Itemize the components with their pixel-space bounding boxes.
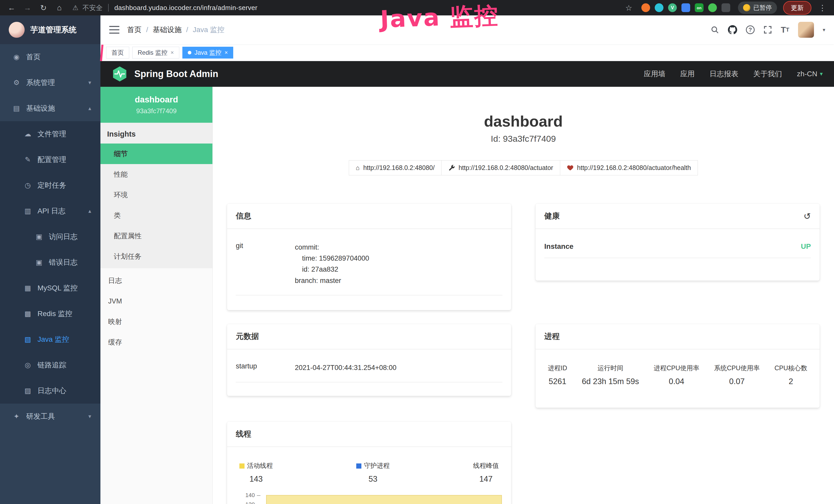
fullscreen-icon[interactable] [763,25,772,34]
spring-boot-admin-logo-icon [112,66,128,82]
active-threads-legend-swatch [239,463,244,468]
mysql-icon: ▦ [23,284,32,292]
instance-header[interactable]: dashboard 93a3fc7f7409 [101,87,213,123]
github-icon[interactable] [728,25,737,35]
sba-sidebar-item-performance[interactable]: 性能 [101,164,213,185]
refresh-button[interactable]: ↻ [39,3,48,12]
sidebar-item-scheduled-tasks[interactable]: ◷ 定时任务 [0,173,101,198]
chevron-up-icon: ▴ [88,208,91,214]
top-header: 首页 / 基础设施 / Java 监控 ? [101,16,834,44]
sba-brand-title[interactable]: Spring Boot Admin [134,69,218,79]
breadcrumb: 首页 / 基础设施 / Java 监控 [127,25,224,35]
sba-sidebar-item-jvm[interactable]: JVM [101,291,213,312]
sba-sidebar-item-caches[interactable]: 缓存 [101,332,213,352]
sba-sidebar-item-logs[interactable]: 日志 [101,270,213,291]
tab-home[interactable]: 首页 [106,47,129,59]
hamburger-icon[interactable] [109,26,119,33]
search-icon[interactable] [710,25,719,34]
close-icon[interactable]: × [171,49,174,56]
instance-name: dashboard [135,95,178,105]
instance-links: ⌂ http://192.168.0.2:48080/ http://192.1… [227,160,820,175]
startup-row: startup 2021-04-27T00:44:31.254+08:00 [236,354,502,382]
process-stats: 进程ID 5261 运行时间 6d 23h 15m 59s 进程CPU使用率 [544,354,811,399]
sba-sidebar-item-config-props[interactable]: 配置属性 [101,226,213,246]
access-log-icon: ▣ [35,233,44,241]
security-label[interactable]: 不安全 [83,3,103,12]
url-text[interactable]: dashboard.yudao.iocoder.cn/infra/admin-s… [114,4,257,12]
extension-teal-icon[interactable] [655,3,663,12]
app-logo[interactable]: 芋道管理系统 [0,16,101,44]
sidebar-item-log-center[interactable]: ▨ 日志中心 [0,378,101,404]
sba-sidebar-item-mappings[interactable]: 映射 [101,312,213,332]
info-card-header: 信息 [227,204,511,229]
font-size-icon[interactable]: TT [781,25,789,35]
sidebar-item-redis-monitor[interactable]: ▩ Redis 监控 [0,301,101,327]
help-icon[interactable]: ? [746,25,755,34]
info-card: 信息 git commit: time: 1596289704000 id: 2… [227,204,511,310]
sidebar-item-system[interactable]: ⚙ 系统管理 ▾ [0,70,101,95]
forward-button[interactable]: → [23,3,32,12]
card-title: 信息 [236,211,251,221]
sidebar-item-error-logs[interactable]: ▣ 错误日志 [0,250,101,275]
sidebar-item-api-logs[interactable]: ▥ API 日志 ▴ [0,198,101,224]
history-icon[interactable]: ↺ [804,211,811,221]
sba-nav-about[interactable]: 关于我们 [753,69,782,79]
status-up-badge: UP [801,243,811,251]
extension-puzzle-icon[interactable] [722,3,730,12]
extension-leaf-icon[interactable] [708,3,717,12]
sidebar-item-mysql-monitor[interactable]: ▦ MySQL 监控 [0,275,101,301]
link-label: http://192.168.0.2:48080/actuator/health [577,164,691,171]
sidebar-item-label: MySQL 监控 [38,283,78,293]
sba-sidebar-item-environment[interactable]: 环境 [101,185,213,205]
dashboard-icon: ◉ [12,53,21,61]
address-bar[interactable]: ⚠ 不安全 dashboard.yudao.iocoder.cn/infra/a… [72,3,618,12]
sidebar-item-infrastructure[interactable]: ▤ 基础设施 ▴ [0,95,101,121]
browser-menu-icon[interactable]: ⋮ [817,3,827,12]
sidebar-item-dev-tools[interactable]: ✦ 研发工具 ▾ [0,404,101,429]
sba-nav-items: 应用墙 应用 日志报表 关于我们 zh-CN ▾ [644,69,823,79]
sba-nav-wall[interactable]: 应用墙 [644,69,665,79]
health-instance-row[interactable]: Instance UP [544,234,811,258]
sidebar-item-file-management[interactable]: ☁ 文件管理 [0,121,101,147]
sidebar-item-access-logs[interactable]: ▣ 访问日志 [0,224,101,250]
switchyomega-icon[interactable]: on [695,3,704,12]
breadcrumb-home[interactable]: 首页 [127,25,141,35]
user-menu-caret-icon[interactable]: ▾ [823,27,825,33]
extension-orange-icon[interactable] [641,3,650,12]
health-url-link[interactable]: http://192.168.0.2:48080/actuator/health [560,160,698,175]
breadcrumb-infrastructure[interactable]: 基础设施 [153,25,182,35]
active-threads-area [266,495,502,504]
sidebar-item-home[interactable]: ◉ 首页 [0,44,101,70]
sidebar-item-link-tracing[interactable]: ◎ 链路追踪 [0,352,101,378]
sidebar-item-label: 首页 [26,52,41,62]
close-icon[interactable]: × [224,49,228,56]
sba-sidebar-item-details[interactable]: 细节 [101,143,213,164]
log-center-icon: ▨ [23,387,32,395]
sidebar-item-java-monitor[interactable]: ▧ Java 监控 [0,327,101,352]
infrastructure-submenu: ☁ 文件管理 ✎ 配置管理 ◷ 定时任务 ▥ API 日志 ▴ ▣ [0,121,101,404]
sidebar-item-config-management[interactable]: ✎ 配置管理 [0,147,101,173]
tab-java-monitor[interactable]: Java 监控 × [182,47,233,59]
tampermonkey-face-icon [743,4,750,11]
bookmark-star-icon[interactable]: ☆ [624,3,634,12]
extension-grid-icon[interactable] [681,3,690,12]
breadcrumb-separator: / [146,26,148,34]
locale-selector[interactable]: zh-CN ▾ [797,70,823,78]
chrome-update-button[interactable]: 更新 [783,1,811,15]
sba-nav-journal[interactable]: 日志报表 [710,69,739,79]
sidebar-item-label: API 日志 [38,206,66,216]
sba-sidebar-item-scheduled-tasks[interactable]: 计划任务 [101,246,213,267]
back-button[interactable]: ← [7,3,17,12]
service-url-link[interactable]: ⌂ http://192.168.0.2:48080/ [349,160,441,175]
logo-avatar [9,22,25,38]
sba-nav-applications[interactable]: 应用 [680,69,695,79]
user-avatar[interactable] [798,22,814,38]
sba-sidebar-item-classes[interactable]: 类 [101,205,213,226]
paused-extension-badge[interactable]: 已暂停 [738,2,777,14]
tab-redis-monitor[interactable]: Redis 监控 × [132,47,179,59]
card-title: 进程 [544,331,560,342]
vue-devtools-icon[interactable]: V [668,3,677,12]
extension-icons: V on [641,3,730,12]
browser-home-button[interactable]: ⌂ [54,3,64,12]
actuator-url-link[interactable]: http://192.168.0.2:48080/actuator [441,160,560,175]
